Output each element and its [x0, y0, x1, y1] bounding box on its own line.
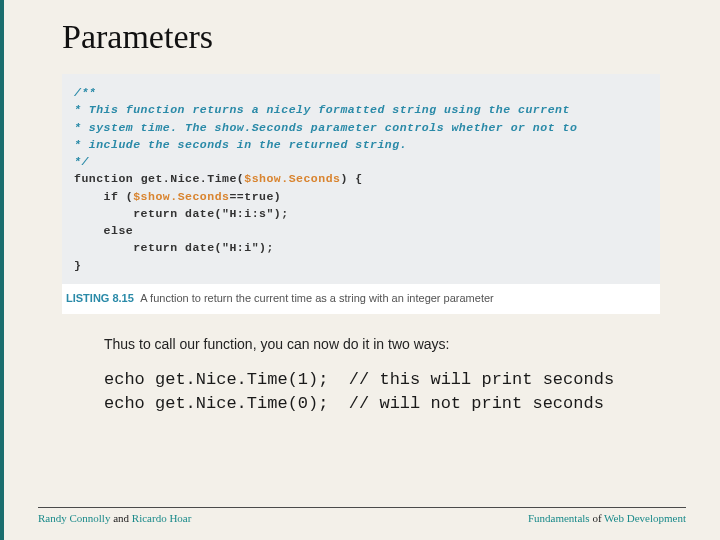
function-name: get.Nice.Time [141, 172, 237, 185]
variable: $show.Seconds [133, 190, 229, 203]
footer-right: Fundamentals of Web Development [528, 512, 686, 524]
text: of [590, 512, 604, 524]
text: and [110, 512, 131, 524]
code-block: /** * This function returns a nicely for… [62, 74, 660, 284]
code-line: function get.Nice.Time($show.Seconds) { [74, 170, 648, 187]
text: if ( [74, 190, 133, 203]
doc-line: */ [74, 153, 648, 170]
doc-line: * This function returns a nicely formatt… [74, 101, 648, 118]
code-line: return date("H:i:s"); [74, 205, 648, 222]
book-part: Web Development [604, 512, 686, 524]
footer: Randy Connolly and Ricardo Hoar Fundamen… [38, 507, 686, 524]
listing-text: A function to return the current time as… [140, 292, 493, 304]
author: Randy Connolly [38, 512, 110, 524]
call-examples: echo get.Nice.Time(1); // this will prin… [104, 368, 660, 417]
parameter: $show.Seconds [244, 172, 340, 185]
keyword: function [74, 172, 133, 185]
author: Ricardo Hoar [132, 512, 192, 524]
paren: ) { [340, 172, 362, 185]
code-figure: /** * This function returns a nicely for… [62, 74, 660, 314]
code-line: } [74, 257, 648, 274]
listing-number: LISTING 8.15 [66, 292, 134, 304]
doc-line: * system time. The show.Seconds paramete… [74, 119, 648, 136]
example-line: echo get.Nice.Time(1); // this will prin… [104, 370, 614, 389]
book-part: Fundamentals [528, 512, 590, 524]
footer-left: Randy Connolly and Ricardo Hoar [38, 512, 191, 524]
body-text: Thus to call our function, you can now d… [104, 336, 660, 352]
doc-line: /** [74, 84, 648, 101]
code-line: if ($show.Seconds==true) [74, 188, 648, 205]
text: ==true) [229, 190, 281, 203]
slide: Parameters /** * This function returns a… [0, 0, 720, 540]
code-line: return date("H:i"); [74, 239, 648, 256]
doc-line: * include the seconds in the returned st… [74, 136, 648, 153]
listing-caption: LISTING 8.15 A function to return the cu… [62, 284, 660, 314]
page-title: Parameters [62, 18, 720, 56]
example-line: echo get.Nice.Time(0); // will not print… [104, 394, 604, 413]
code-line: else [74, 222, 648, 239]
